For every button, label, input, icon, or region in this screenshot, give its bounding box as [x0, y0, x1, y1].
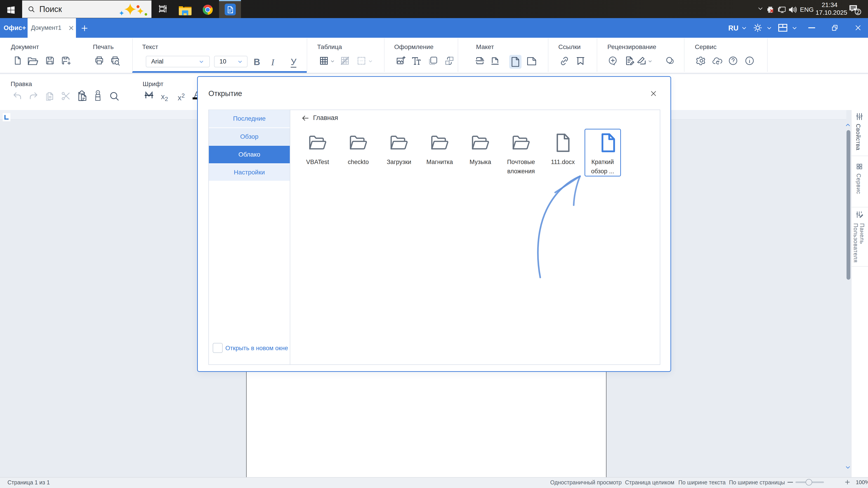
svg-text:2: 2	[857, 8, 860, 15]
